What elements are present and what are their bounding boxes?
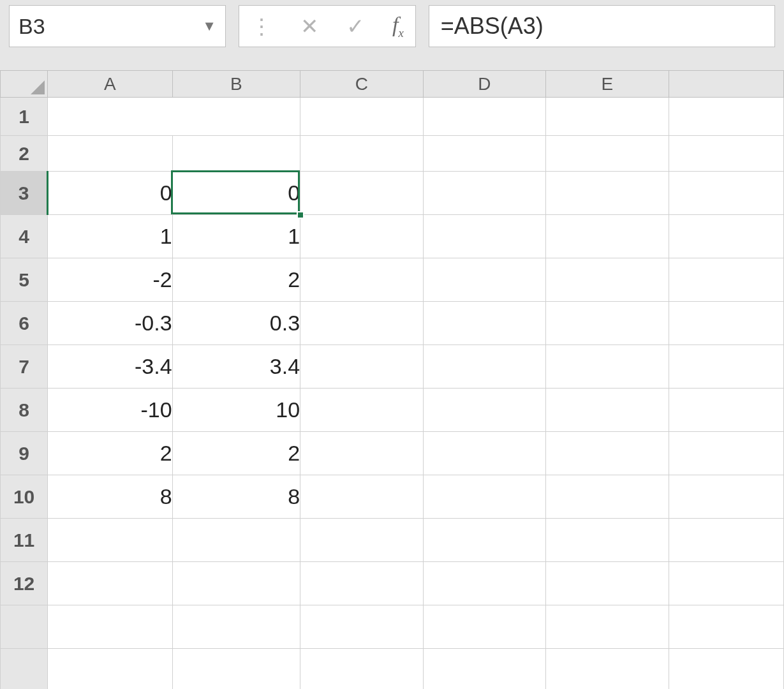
cell-E1[interactable] <box>546 98 669 136</box>
cell-C11[interactable] <box>300 519 423 562</box>
cell-A8[interactable]: -10 <box>48 389 172 432</box>
cancel-icon[interactable]: ✕ <box>300 13 318 39</box>
cell-B14[interactable] <box>172 649 300 690</box>
cell-B10[interactable]: 8 <box>172 475 300 519</box>
cell-F12[interactable] <box>669 562 783 605</box>
chevron-down-icon[interactable]: ▼ <box>197 18 216 34</box>
cell-B13[interactable] <box>172 605 300 649</box>
cell-B12[interactable] <box>172 562 300 605</box>
cell-B7[interactable]: 3.4 <box>172 345 300 389</box>
fx-icon[interactable]: fx <box>392 13 404 40</box>
cell-B9[interactable]: 2 <box>172 432 300 475</box>
cell-B4[interactable]: 1 <box>172 215 300 258</box>
cell-C7[interactable] <box>300 345 423 389</box>
cell-E6[interactable] <box>546 302 669 345</box>
row-header-10[interactable]: 10 <box>1 475 48 519</box>
cell-D2[interactable] <box>423 136 545 172</box>
cell-F10[interactable] <box>669 475 783 519</box>
cell-D4[interactable] <box>423 215 545 258</box>
row-header-13[interactable] <box>1 605 48 649</box>
cell-A7[interactable]: -3.4 <box>48 345 172 389</box>
table-title[interactable]: Excel ABS function <box>48 98 300 136</box>
row-header-12[interactable]: 12 <box>1 562 48 605</box>
row-header-7[interactable]: 7 <box>1 345 48 389</box>
fill-handle[interactable] <box>297 211 304 219</box>
cell-B8[interactable]: 10 <box>172 389 300 432</box>
cell-A11[interactable] <box>48 519 172 562</box>
cell-E5[interactable] <box>546 258 669 302</box>
row-header-11[interactable]: 11 <box>1 519 48 562</box>
row-header-9[interactable]: 9 <box>1 432 48 475</box>
cell-A9[interactable]: 2 <box>48 432 172 475</box>
col-header-D[interactable]: D <box>423 71 545 98</box>
formula-input[interactable]: =ABS(A3) <box>429 5 775 47</box>
cell-B3[interactable]: 0 <box>172 172 300 215</box>
cell-D8[interactable] <box>423 389 545 432</box>
cell-E10[interactable] <box>546 475 669 519</box>
cell-D11[interactable] <box>423 519 545 562</box>
row-header-5[interactable]: 5 <box>1 258 48 302</box>
header-input[interactable]: Input <box>48 136 172 172</box>
cell-F9[interactable] <box>669 432 783 475</box>
cell-A12[interactable] <box>48 562 172 605</box>
cell-D1[interactable] <box>423 98 545 136</box>
cell-E12[interactable] <box>546 562 669 605</box>
cell-E7[interactable] <box>546 345 669 389</box>
cell-F1[interactable] <box>669 98 783 136</box>
cell-E2[interactable] <box>546 136 669 172</box>
cell-C14[interactable] <box>300 649 423 690</box>
cell-B6[interactable]: 0.3 <box>172 302 300 345</box>
cell-F4[interactable] <box>669 215 783 258</box>
cell-A3[interactable]: 0 <box>48 172 172 215</box>
cell-D9[interactable] <box>423 432 545 475</box>
row-header-6[interactable]: 6 <box>1 302 48 345</box>
cell-A10[interactable]: 8 <box>48 475 172 519</box>
col-header-E[interactable]: E <box>546 71 669 98</box>
cell-E4[interactable] <box>546 215 669 258</box>
cell-B11[interactable] <box>172 519 300 562</box>
header-output[interactable]: Output <box>172 136 300 172</box>
cell-A4[interactable]: 1 <box>48 215 172 258</box>
cell-D6[interactable] <box>423 302 545 345</box>
col-header-F[interactable] <box>669 71 783 98</box>
col-header-C[interactable]: C <box>300 71 423 98</box>
cell-D14[interactable] <box>423 649 545 690</box>
cell-F2[interactable] <box>669 136 783 172</box>
cell-C12[interactable] <box>300 562 423 605</box>
row-header-1[interactable]: 1 <box>1 98 48 136</box>
cell-D3[interactable] <box>423 172 545 215</box>
cell-D12[interactable] <box>423 562 545 605</box>
col-header-B[interactable]: B <box>172 71 300 98</box>
cell-F7[interactable] <box>669 345 783 389</box>
cell-B5[interactable]: 2 <box>172 258 300 302</box>
cell-F5[interactable] <box>669 258 783 302</box>
cell-D5[interactable] <box>423 258 545 302</box>
cell-E13[interactable] <box>546 605 669 649</box>
cell-C9[interactable] <box>300 432 423 475</box>
cell-C6[interactable] <box>300 302 423 345</box>
cell-C8[interactable] <box>300 389 423 432</box>
cell-A5[interactable]: -2 <box>48 258 172 302</box>
row-header-14[interactable] <box>1 649 48 690</box>
cell-F14[interactable] <box>669 649 783 690</box>
cell-E3[interactable] <box>546 172 669 215</box>
cell-F11[interactable] <box>669 519 783 562</box>
row-header-8[interactable]: 8 <box>1 389 48 432</box>
cell-C3[interactable] <box>300 172 423 215</box>
cell-E9[interactable] <box>546 432 669 475</box>
cell-F3[interactable] <box>669 172 783 215</box>
cell-F8[interactable] <box>669 389 783 432</box>
col-header-A[interactable]: A <box>48 71 172 98</box>
row-header-2[interactable]: 2 <box>1 136 48 172</box>
cell-C5[interactable] <box>300 258 423 302</box>
cell-E11[interactable] <box>546 519 669 562</box>
cell-D10[interactable] <box>423 475 545 519</box>
cell-C4[interactable] <box>300 215 423 258</box>
cell-C13[interactable] <box>300 605 423 649</box>
row-header-4[interactable]: 4 <box>1 215 48 258</box>
accept-icon[interactable]: ✓ <box>346 13 364 39</box>
row-header-3[interactable]: 3 <box>1 172 48 215</box>
cell-E8[interactable] <box>546 389 669 432</box>
cell-C2[interactable] <box>300 136 423 172</box>
cell-A13[interactable] <box>48 605 172 649</box>
